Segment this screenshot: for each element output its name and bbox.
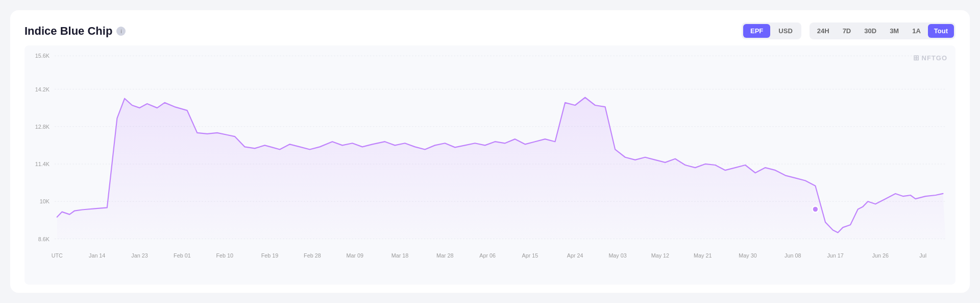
chart-card: Indice Blue Chip i EPF USD 24H 7D 30D 3M… [10, 10, 970, 293]
svg-text:Jun 26: Jun 26 [872, 252, 889, 259]
time-btn-30d[interactable]: 30D [858, 24, 883, 38]
svg-text:Apr 24: Apr 24 [567, 252, 583, 259]
watermark-text: NFTGO [922, 54, 948, 62]
svg-text:UTC: UTC [52, 252, 63, 259]
svg-text:Apr 15: Apr 15 [522, 252, 538, 259]
time-btn-7d[interactable]: 7D [837, 24, 857, 38]
time-btn-1a[interactable]: 1A [906, 24, 927, 38]
time-group: 24H 7D 30D 3M 1A Tout [810, 22, 955, 39]
watermark-icon: ⊞ [913, 54, 920, 62]
svg-text:Jul: Jul [919, 252, 926, 259]
currency-btn-epf[interactable]: EPF [743, 24, 770, 38]
time-btn-tout[interactable]: Tout [928, 24, 954, 38]
svg-text:May 12: May 12 [651, 252, 669, 259]
time-btn-3m[interactable]: 3M [884, 24, 905, 38]
svg-text:Mar 09: Mar 09 [346, 252, 363, 259]
svg-text:Feb 28: Feb 28 [304, 252, 321, 259]
svg-text:Feb 01: Feb 01 [174, 252, 191, 259]
svg-text:15.6K: 15.6K [35, 53, 50, 59]
watermark: ⊞ NFTGO [913, 54, 948, 62]
svg-text:14.2K: 14.2K [35, 86, 50, 92]
svg-text:Mar 28: Mar 28 [436, 252, 454, 259]
svg-text:Jun 08: Jun 08 [785, 252, 801, 259]
currency-btn-usd[interactable]: USD [771, 24, 799, 38]
controls-area: EPF USD 24H 7D 30D 3M 1A Tout [742, 22, 955, 39]
svg-text:Jun 17: Jun 17 [827, 252, 843, 259]
chart-area: ⊞ NFTGO 15.6K 14.2K 12.8K 11.4K 10K [24, 45, 955, 285]
svg-text:Jan 14: Jan 14 [89, 252, 105, 259]
svg-text:May 21: May 21 [694, 252, 712, 259]
svg-text:Mar 18: Mar 18 [391, 252, 409, 259]
currency-group: EPF USD [742, 22, 801, 39]
svg-text:12.8K: 12.8K [35, 124, 50, 130]
chart-svg: 15.6K 14.2K 12.8K 11.4K 10K 8.6K UT [24, 45, 955, 285]
svg-text:Feb 19: Feb 19 [261, 252, 279, 259]
svg-point-13 [813, 206, 819, 212]
info-icon[interactable]: i [116, 27, 126, 36]
svg-text:10K: 10K [40, 198, 50, 204]
svg-text:May 30: May 30 [739, 252, 756, 259]
title-area: Indice Blue Chip i [24, 25, 126, 38]
svg-text:Apr 06: Apr 06 [479, 252, 496, 259]
chart-header: Indice Blue Chip i EPF USD 24H 7D 30D 3M… [24, 22, 955, 39]
svg-text:Feb 10: Feb 10 [216, 252, 233, 259]
time-btn-24h[interactable]: 24H [811, 24, 836, 38]
svg-text:May 03: May 03 [608, 252, 626, 259]
svg-text:Jan 23: Jan 23 [131, 252, 148, 259]
svg-text:11.4K: 11.4K [35, 161, 50, 167]
svg-text:8.6K: 8.6K [38, 236, 50, 242]
chart-title: Indice Blue Chip [24, 25, 112, 38]
